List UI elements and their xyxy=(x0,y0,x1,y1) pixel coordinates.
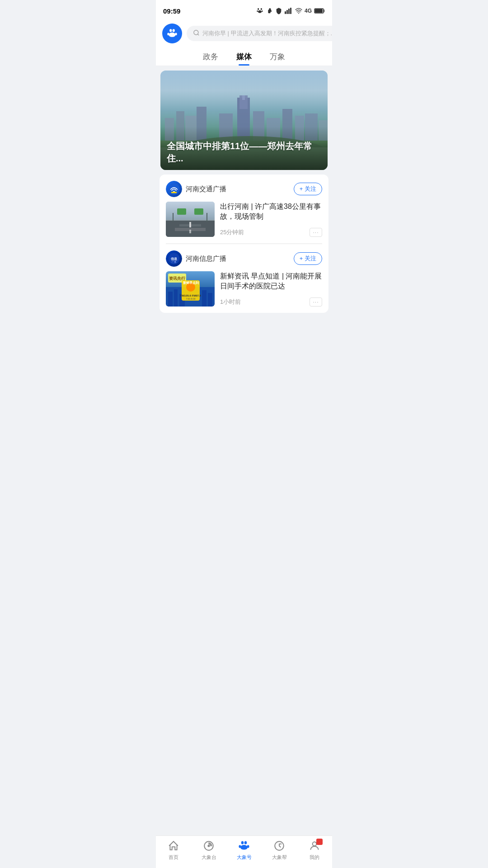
nav-mine-icon xyxy=(308,840,321,852)
nav-daxiangbang[interactable]: 大象帮 xyxy=(266,840,293,861)
news-thumb-1 xyxy=(166,202,215,237)
hand-status-icon xyxy=(266,7,273,14)
svg-rect-4 xyxy=(285,11,286,14)
news-title-1: 出行河南 | 许广高速38公里有事故，现场管制 xyxy=(220,202,322,222)
svg-point-64 xyxy=(208,845,209,846)
more-btn-1[interactable]: ··· xyxy=(310,228,322,237)
app-logo[interactable] xyxy=(162,24,182,43)
svg-point-65 xyxy=(241,841,244,844)
status-icons: 4G xyxy=(256,7,325,14)
svg-rect-23 xyxy=(242,95,245,100)
more-dots-icon-2: ··· xyxy=(313,299,319,305)
svg-point-15 xyxy=(194,30,198,35)
more-btn-2[interactable]: ··· xyxy=(310,297,322,307)
svg-rect-35 xyxy=(171,192,177,193)
thumb-road-img xyxy=(166,202,215,237)
nav-daxiangbang-label: 大象帮 xyxy=(272,854,287,861)
svg-rect-45 xyxy=(177,208,186,215)
svg-rect-5 xyxy=(286,10,288,14)
tab-wanxiang[interactable]: 万象 xyxy=(270,52,285,66)
svg-point-66 xyxy=(244,841,247,844)
news-item-2: 资讯先行 F xyxy=(166,271,322,313)
nav-mine-badge xyxy=(316,839,323,845)
more-dots-icon: ··· xyxy=(313,229,319,236)
svg-point-3 xyxy=(262,10,263,12)
svg-rect-56 xyxy=(202,290,206,307)
media-header-2: 信息 广播 河南信息广播 + 关注 xyxy=(166,250,322,267)
svg-rect-7 xyxy=(290,8,291,14)
svg-point-11 xyxy=(169,29,172,32)
paw-status-icon xyxy=(256,7,263,14)
svg-rect-41 xyxy=(189,230,191,233)
svg-point-8 xyxy=(298,13,299,14)
svg-rect-54 xyxy=(174,289,178,307)
nav-daxianghao[interactable]: 大象号 xyxy=(230,840,258,861)
feed-section: 河南交通广播 + 关注 xyxy=(160,175,328,313)
info-radio-logo-icon: 信息 广播 xyxy=(168,252,180,265)
follow-btn-1[interactable]: + 关注 xyxy=(294,183,322,195)
nav-home[interactable]: 首页 xyxy=(160,840,187,861)
banner-title-overlay: 全国城市中排第11位——郑州去年常住... xyxy=(160,127,328,170)
highway-svg xyxy=(166,202,215,237)
svg-text:信息: 信息 xyxy=(170,257,178,260)
news-content-2: 新鲜资讯 早点知道 | 河南能开展日间手术的医院已达 1小时前 ··· xyxy=(220,271,322,307)
svg-rect-57 xyxy=(208,293,212,307)
svg-text:FM105.6 FM97.8: FM105.6 FM97.8 xyxy=(180,294,201,297)
follow-btn-2[interactable]: + 关注 xyxy=(294,252,322,265)
nav-mine[interactable]: 我的 xyxy=(301,840,328,861)
header: 河南你早 | 甲流进入高发期！河南疾控紧急提醒；... xyxy=(156,20,332,48)
search-placeholder: 河南你早 | 甲流进入高发期！河南疾控紧急提醒；... xyxy=(202,29,332,38)
news-thumb-2: 资讯先行 F xyxy=(166,271,215,307)
svg-text:广播: 广播 xyxy=(172,260,176,263)
news-content-1: 出行河南 | 许广高速38公里有事故，现场管制 25分钟前 ··· xyxy=(220,202,322,237)
svg-point-1 xyxy=(261,8,262,10)
tabs-bar: 政务 媒体 万象 xyxy=(156,48,332,66)
svg-rect-10 xyxy=(315,9,323,13)
tab-meiti[interactable]: 媒体 xyxy=(236,52,252,66)
svg-text:7:00-8:00: 7:00-8:00 xyxy=(186,297,195,300)
media-info-2: 信息 广播 河南信息广播 xyxy=(166,250,226,267)
search-bar[interactable]: 河南你早 | 甲流进入高发期！河南疾控紧急提醒；... xyxy=(187,26,332,41)
svg-rect-46 xyxy=(194,208,203,215)
media-name-1: 河南交通广播 xyxy=(186,185,226,193)
paw-nav-icon xyxy=(238,839,250,853)
nav-daxiangtai[interactable]: 大象台 xyxy=(195,840,222,861)
media-info-1: 河南交通广播 xyxy=(166,181,226,197)
status-time: 09:59 xyxy=(163,7,180,15)
svg-rect-43 xyxy=(173,213,174,222)
avatar-transport xyxy=(166,181,182,197)
avatar-info: 信息 广播 xyxy=(166,250,182,267)
nav-home-label: 首页 xyxy=(169,854,178,861)
svg-point-12 xyxy=(173,29,175,32)
banner[interactable]: 全国城市中排第11位——郑州去年常住... xyxy=(160,71,328,170)
svg-rect-40 xyxy=(189,222,191,227)
main-content: 全国城市中排第11位——郑州去年常住... xyxy=(156,71,332,349)
status-bar: 09:59 4G xyxy=(156,0,332,20)
bottom-nav: 首页 大象台 大象号 xyxy=(156,835,332,868)
media-header-1: 河南交通广播 + 关注 xyxy=(166,181,322,197)
nav-home-icon xyxy=(167,840,180,852)
media-card-1: 河南交通广播 + 关注 xyxy=(160,175,328,244)
search-icon xyxy=(193,29,200,38)
broadcast-thumb-svg: 资讯先行 F xyxy=(166,271,215,307)
media-name-2: 河南信息广播 xyxy=(186,255,226,263)
svg-line-16 xyxy=(197,34,199,35)
nav-mine-label: 我的 xyxy=(310,854,319,861)
battery-icon xyxy=(314,8,325,14)
news-time-1: 25分钟前 xyxy=(220,228,244,236)
logo-icon xyxy=(166,28,178,39)
nav-daxianghao-icon xyxy=(238,840,250,852)
nav-daxiangtai-icon xyxy=(202,840,215,852)
svg-text:资讯先行: 资讯先行 xyxy=(169,276,186,281)
media-card-2: 信息 广播 河南信息广播 + 关注 xyxy=(160,244,328,313)
svg-text:新鲜早点到: 新鲜早点到 xyxy=(183,281,199,285)
wifi-icon xyxy=(295,8,302,14)
banner-title: 全国城市中排第11位——郑州去年常住... xyxy=(167,140,321,165)
transport-logo-icon xyxy=(168,183,180,195)
tab-zhengwu[interactable]: 政务 xyxy=(203,52,218,66)
news-time-2: 1小时前 xyxy=(220,298,241,306)
nav-daxiangbang-icon xyxy=(273,840,286,852)
svg-point-0 xyxy=(258,8,259,10)
nav-daxianghao-label: 大象号 xyxy=(237,854,252,861)
news-meta-1: 25分钟前 ··· xyxy=(220,228,322,237)
